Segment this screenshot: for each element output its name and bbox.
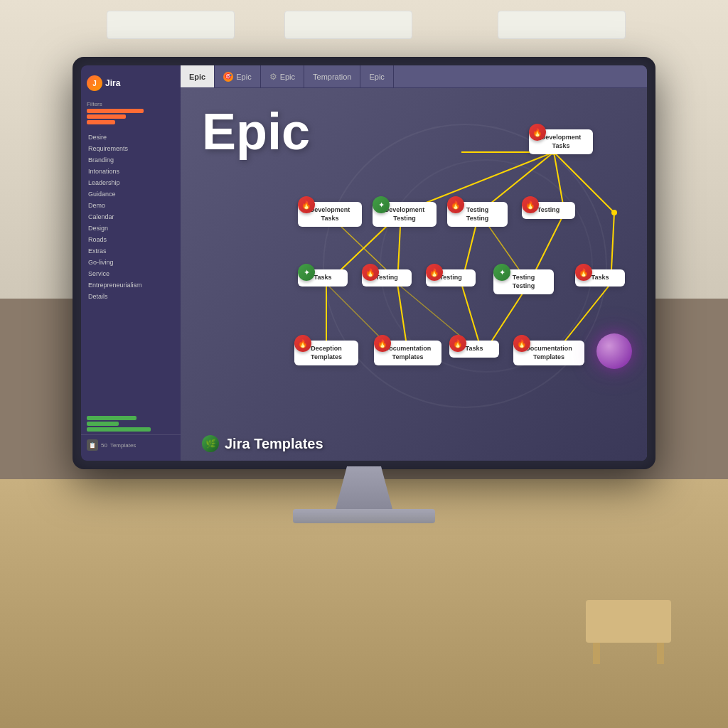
sidebar-title: Jira — [105, 78, 120, 88]
tab-epic-4-label: Epic — [369, 73, 384, 81]
sidebar-item-service[interactable]: Service — [81, 268, 181, 279]
bar-orange-2 — [87, 114, 126, 119]
sidebar-page-num: 50 — [101, 442, 107, 449]
brand-icon: 🌿 — [202, 435, 219, 452]
main-content: Epic 🎯 Epic ⚙ Epic Tempration Epic — [181, 65, 647, 461]
purple-orb — [596, 333, 632, 369]
filter-label: Filters — [87, 101, 175, 107]
node-icon-testing-top: 🔥 — [522, 196, 539, 213]
node-icon-documentation-templates-2: 🔥 — [513, 335, 530, 352]
tab-epic-1[interactable]: Epic — [181, 65, 215, 87]
tab-epic-2-icon: 🎯 — [223, 72, 233, 82]
svg-point-33 — [611, 210, 617, 215]
bar-row-2 — [87, 114, 175, 119]
node-icon-dev-tasks-mid: 🔥 — [298, 196, 315, 213]
monitor-stand — [336, 466, 392, 509]
bar-row-3 — [87, 120, 175, 124]
bottom-chart-section — [81, 413, 181, 434]
bar-green-2 — [87, 422, 119, 426]
tab-epic-3[interactable]: ⚙ Epic — [261, 65, 304, 87]
sidebar-item-demo[interactable]: Demo — [81, 200, 181, 211]
sidebar-item-guidance[interactable]: Guidance — [81, 188, 181, 200]
bar-row-green-2 — [87, 422, 175, 427]
canvas-area[interactable]: Epic — [181, 88, 647, 461]
sidebar-items-list: Desire Requirements Branding Intonations… — [81, 130, 181, 413]
tab-epic-4[interactable]: Epic — [360, 65, 393, 87]
bg-table — [586, 600, 671, 643]
sidebar-item-roads[interactable]: Roads — [81, 234, 181, 245]
sidebar-item-design[interactable]: Design — [81, 223, 181, 234]
node-icon-documentation-templates-1: 🔥 — [374, 335, 391, 352]
table-leg-left — [593, 643, 600, 664]
sidebar-templates-label: Templates — [110, 442, 136, 449]
table-leg-right — [657, 643, 664, 664]
tab-tempration[interactable]: Tempration — [304, 65, 360, 87]
bar-green-3 — [87, 427, 151, 432]
monitor-frame: J Jira Filters — [73, 57, 655, 469]
sidebar-item-intonations[interactable]: Intonations — [81, 166, 181, 177]
sidebar-footer: 📋 50 Templates — [81, 434, 181, 455]
sidebar-header: J Jira — [81, 71, 181, 95]
monitor-bezel: J Jira Filters — [81, 65, 647, 461]
tab-epic-1-label: Epic — [189, 73, 205, 81]
tab-epic-3-icon: ⚙ — [269, 72, 277, 82]
sidebar-item-desire[interactable]: Desire — [81, 132, 181, 143]
tab-epic-2[interactable]: 🎯 Epic — [215, 65, 260, 87]
node-icon-dev-tasks-top: 🔥 — [529, 124, 546, 141]
node-icon-tasks-mid-right: 🔥 — [575, 264, 592, 281]
ceiling-light-1 — [107, 11, 235, 39]
tab-bar: Epic 🎯 Epic ⚙ Epic Tempration Epic — [181, 65, 647, 88]
sidebar-item-entrepreneurialism[interactable]: Entrepreneurialism — [81, 279, 181, 291]
sidebar: J Jira Filters — [81, 65, 181, 461]
sidebar-item-goliving[interactable]: Go-living — [81, 257, 181, 268]
bar-row-1 — [87, 109, 175, 113]
ceiling-light-2 — [284, 11, 412, 39]
sidebar-item-leadership[interactable]: Leadership — [81, 177, 181, 188]
bar-chart — [87, 109, 175, 124]
tab-epic-3-label: Epic — [280, 73, 295, 81]
node-icon-testing-mid-1: 🔥 — [362, 264, 379, 281]
tab-tempration-label: Tempration — [313, 73, 351, 81]
sidebar-item-extras[interactable]: Extras — [81, 245, 181, 257]
node-icon-tasks-mid: ✦ — [298, 264, 315, 281]
bar-row-green-3 — [87, 427, 175, 432]
ceiling-light-3 — [498, 11, 626, 39]
node-icon-testing-testing-mid: ✦ — [493, 264, 510, 281]
sidebar-item-requirements[interactable]: Requirements — [81, 143, 181, 154]
sidebar-footer-icon: 📋 — [87, 439, 98, 451]
node-icon-dev-testing: ✦ — [373, 196, 390, 213]
node-icon-tasks-bottom: 🔥 — [449, 335, 466, 352]
node-icon-testing-mid-2: 🔥 — [426, 264, 443, 281]
node-icon-testing-testing-top: 🔥 — [447, 196, 464, 213]
brand-label: Jira Templates — [225, 436, 323, 452]
bar-green-1 — [87, 416, 136, 420]
sidebar-item-calendar[interactable]: Calendar — [81, 211, 181, 223]
node-icon-deception-templates: 🔥 — [294, 335, 311, 352]
jira-logo-icon: J — [87, 75, 102, 91]
tab-epic-2-label: Epic — [236, 73, 251, 81]
bottom-branding: 🌿 Jira Templates — [202, 435, 323, 452]
bar-orange-1 — [87, 109, 144, 113]
bar-row-green-1 — [87, 416, 175, 422]
sidebar-item-details[interactable]: Details — [81, 291, 181, 302]
epic-title: Epic — [202, 102, 310, 161]
sidebar-item-branding[interactable]: Branding — [81, 154, 181, 166]
monitor-container: J Jira Filters — [73, 57, 655, 523]
monitor-base — [293, 509, 435, 523]
filter-section: Filters — [81, 98, 181, 127]
bar-orange-3 — [87, 120, 115, 124]
